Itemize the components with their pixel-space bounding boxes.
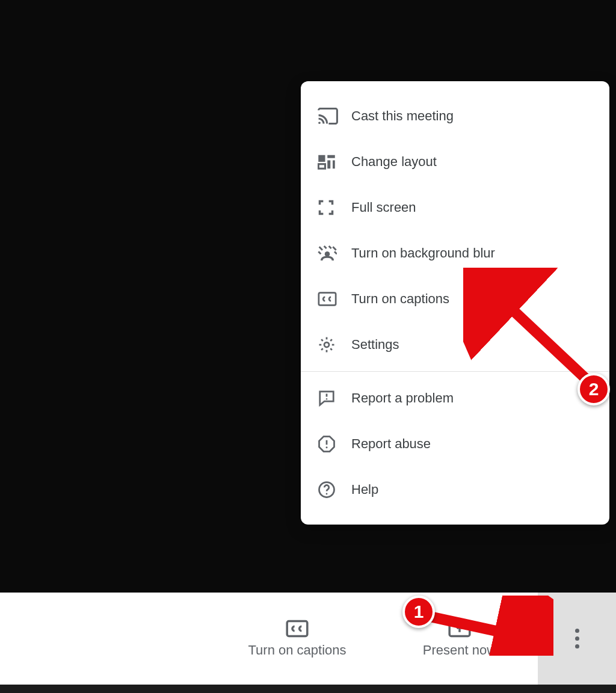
annotation-badge-1: 1 xyxy=(402,596,435,628)
report-abuse-icon xyxy=(318,435,351,453)
menu-item-captions[interactable]: Turn on captions xyxy=(301,276,609,322)
fullscreen-icon xyxy=(318,199,351,216)
feedback-icon xyxy=(318,389,351,407)
svg-point-8 xyxy=(324,342,329,347)
more-options-menu: Cast this meeting Change layout Full scr… xyxy=(301,81,609,525)
more-vert-icon xyxy=(575,629,579,648)
menu-item-settings[interactable]: Settings xyxy=(301,322,609,368)
menu-item-layout[interactable]: Change layout xyxy=(301,139,609,185)
svg-rect-2 xyxy=(327,155,335,158)
svg-rect-1 xyxy=(318,155,325,162)
captions-label: Turn on captions xyxy=(248,642,346,658)
menu-item-label: Cast this meeting xyxy=(351,108,454,124)
svg-rect-7 xyxy=(319,293,336,306)
svg-rect-5 xyxy=(333,161,335,169)
present-label: Present now xyxy=(423,642,496,658)
background-blur-icon xyxy=(318,244,351,262)
window-bottom-shadow xyxy=(0,685,616,693)
gear-icon xyxy=(318,336,351,354)
menu-item-label: Settings xyxy=(351,337,399,353)
captions-icon xyxy=(318,291,351,307)
svg-rect-3 xyxy=(327,161,330,169)
help-icon xyxy=(318,481,351,499)
menu-item-report-abuse[interactable]: Report abuse xyxy=(301,421,609,467)
captions-button[interactable]: Turn on captions xyxy=(213,593,381,685)
present-icon xyxy=(448,620,471,638)
menu-item-report-problem[interactable]: Report a problem xyxy=(301,375,609,421)
annotation-badge-1-text: 1 xyxy=(414,602,424,622)
svg-point-10 xyxy=(326,398,328,400)
layout-icon xyxy=(318,153,351,171)
menu-item-cast[interactable]: Cast this meeting xyxy=(301,93,609,139)
menu-divider xyxy=(301,371,609,372)
menu-item-label: Report abuse xyxy=(351,436,431,452)
captions-icon xyxy=(286,620,309,638)
menu-item-background-blur[interactable]: Turn on background blur xyxy=(301,230,609,276)
svg-point-0 xyxy=(318,122,321,124)
menu-item-label: Report a problem xyxy=(351,390,454,406)
svg-point-15 xyxy=(326,493,328,495)
cast-icon xyxy=(318,108,351,125)
annotation-badge-2-text: 2 xyxy=(589,379,599,399)
menu-item-label: Turn on background blur xyxy=(351,245,495,261)
menu-item-label: Help xyxy=(351,482,378,497)
annotation-badge-2: 2 xyxy=(578,373,610,405)
svg-rect-16 xyxy=(287,621,307,636)
menu-item-label: Change layout xyxy=(351,154,437,170)
svg-point-13 xyxy=(326,446,328,448)
menu-item-label: Full screen xyxy=(351,200,416,215)
menu-item-help[interactable]: Help xyxy=(301,467,609,513)
svg-rect-4 xyxy=(318,164,325,169)
bottom-toolbar: Turn on captions Present now xyxy=(0,593,616,685)
more-options-button[interactable] xyxy=(538,593,616,685)
menu-item-label: Turn on captions xyxy=(351,291,449,307)
menu-item-fullscreen[interactable]: Full screen xyxy=(301,185,609,230)
